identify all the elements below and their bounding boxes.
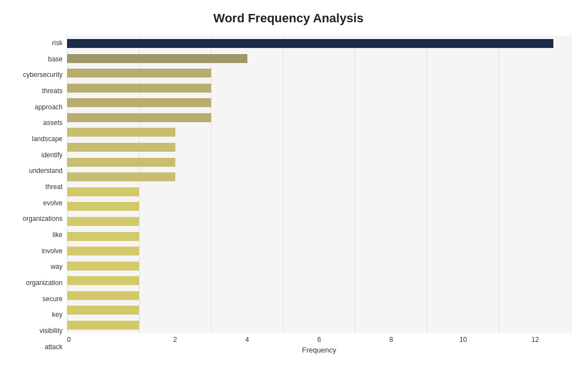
bar — [67, 232, 139, 241]
bar — [67, 69, 211, 78]
y-label: evolve — [43, 196, 63, 210]
bar — [67, 158, 175, 167]
grid-and-bars — [67, 36, 571, 333]
x-tick-label: 6 — [283, 336, 355, 344]
bars-column — [67, 36, 571, 333]
x-axis-title: Frequency — [67, 346, 571, 354]
x-axis: 024681012 — [67, 336, 571, 344]
y-label: like — [52, 228, 63, 242]
bar — [67, 306, 139, 315]
y-label: threat — [45, 180, 63, 194]
bar-row — [67, 304, 571, 316]
bars-and-grid: 024681012 Frequency — [67, 36, 571, 354]
y-label: organizations — [23, 211, 63, 226]
bar-row — [67, 260, 571, 272]
bar — [67, 39, 553, 48]
bar-row — [67, 245, 571, 257]
bar — [67, 187, 139, 196]
y-label: threats — [42, 84, 63, 98]
bar — [67, 128, 175, 137]
bar — [67, 143, 175, 152]
x-tick-label: 10 — [427, 336, 499, 344]
y-label: key — [52, 307, 63, 322]
x-tick-label: 4 — [211, 336, 283, 344]
bar-row — [67, 126, 571, 138]
bar-row — [67, 171, 571, 183]
chart-container: Word Frequency Analysis riskbasecybersec… — [0, 0, 588, 391]
y-label: base — [48, 52, 63, 66]
x-tick-label: 8 — [355, 336, 427, 344]
bar-row — [67, 141, 571, 153]
bar-row — [67, 230, 571, 243]
bar-row — [67, 319, 571, 331]
bar-row — [67, 82, 571, 94]
y-label: risk — [52, 36, 63, 50]
bar-row — [67, 274, 571, 287]
chart-title: Word Frequency Analysis — [6, 11, 571, 26]
bar — [67, 321, 139, 330]
y-label: understand — [29, 163, 63, 178]
y-label: secure — [42, 292, 63, 306]
y-label: identify — [41, 148, 63, 162]
bar — [67, 84, 211, 93]
y-label: involve — [42, 244, 63, 258]
x-tick-label: 2 — [139, 336, 211, 344]
bar — [67, 262, 139, 271]
bar-row — [67, 96, 571, 109]
y-label: landscape — [32, 132, 63, 146]
y-label: assets — [43, 115, 63, 130]
x-tick-label: 0 — [67, 336, 139, 344]
bar — [67, 172, 175, 181]
bar — [67, 247, 139, 255]
bar-row — [67, 52, 571, 65]
y-label: way — [51, 259, 63, 274]
y-label: attack — [45, 340, 63, 354]
bar-row — [67, 200, 571, 213]
bar — [67, 217, 139, 226]
bar-row — [67, 67, 571, 79]
x-tick-label: 12 — [499, 336, 571, 344]
y-axis-labels: riskbasecybersecuritythreatsapproachasse… — [6, 36, 67, 354]
y-label: organization — [26, 276, 63, 290]
y-label: cybersecurity — [23, 67, 63, 82]
bar — [67, 291, 139, 300]
bar-row — [67, 186, 571, 198]
y-label: visibility — [40, 324, 63, 338]
bar — [67, 113, 211, 122]
bar-row — [67, 112, 571, 124]
bar — [67, 98, 211, 107]
bar-row — [67, 37, 571, 50]
bar-row — [67, 156, 571, 168]
bar-row — [67, 215, 571, 228]
chart-area: riskbasecybersecuritythreatsapproachasse… — [6, 36, 571, 354]
bar — [67, 54, 247, 63]
bar-row — [67, 289, 571, 302]
y-label: approach — [35, 100, 63, 114]
bar — [67, 202, 139, 211]
bar — [67, 276, 139, 285]
